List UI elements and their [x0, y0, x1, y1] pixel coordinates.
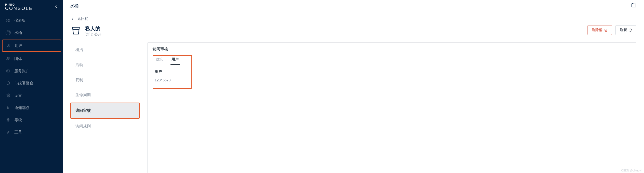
bucket-header: 私人的 访问: 公开 删除桶 刷新: [71, 25, 636, 37]
inner-tab-policy[interactable]: 政策: [155, 56, 164, 65]
sidebar-item-label: 市政署警察: [14, 81, 33, 86]
refresh-button[interactable]: 刷新: [615, 25, 636, 35]
highlight-subtab: 访问审核: [70, 103, 140, 119]
collapse-sidebar-button[interactable]: [54, 5, 58, 10]
dashboard-icon: [6, 18, 11, 23]
bucket-access-value: 公开: [94, 32, 101, 36]
subtab-access-rules[interactable]: 访问规则: [71, 119, 140, 134]
page-title: 水桶: [70, 3, 78, 9]
back-link[interactable]: 返回桶: [71, 14, 636, 25]
svg-rect-3: [8, 21, 10, 22]
bucket-name: 私人的: [85, 25, 101, 32]
sidebar-item-label: 通知端点: [14, 105, 30, 110]
svg-rect-0: [7, 19, 8, 20]
sidebar-item-label: 等级: [14, 118, 22, 122]
subtab-events[interactable]: 活动: [71, 57, 140, 72]
group-icon: [6, 56, 11, 61]
object-browser-icon[interactable]: [630, 3, 637, 9]
service-account-icon: [6, 68, 11, 73]
main: 水桶 返回桶 私人的 访问: 公开: [63, 0, 644, 173]
subtab-lifecycle[interactable]: 生命周期: [71, 88, 140, 103]
delete-bucket-button[interactable]: 删除桶: [587, 25, 612, 35]
action-buttons: 删除桶 刷新: [587, 25, 636, 35]
sidebar-item-service-accounts[interactable]: 服务账户: [0, 65, 63, 77]
logo-bottom: CONSOLE: [5, 6, 33, 11]
sidebar-item-label: 用户: [15, 43, 22, 48]
field-label: 用户: [155, 69, 180, 74]
delete-label: 删除桶: [592, 28, 602, 32]
logo: MINIO CONSOLE: [5, 4, 33, 11]
sidebar-item-users[interactable]: 用户: [2, 40, 61, 52]
highlight-inner: 政策 用户 用户 12345678: [153, 55, 192, 89]
back-label: 返回桶: [77, 17, 88, 21]
bucket-access-label: 访问:: [85, 32, 93, 36]
sidebar-header: MINIO CONSOLE: [0, 0, 63, 14]
svg-rect-1: [8, 19, 10, 20]
svg-point-6: [8, 57, 9, 58]
sidebar-item-buckets[interactable]: 水桶: [0, 27, 63, 39]
bucket-access: 访问: 公开: [85, 32, 101, 37]
subtab-summary[interactable]: 概括: [71, 42, 140, 57]
sidebar-item-tiers[interactable]: 等级: [0, 114, 63, 126]
sidebar-item-label: 服务账户: [14, 69, 30, 73]
svg-point-8: [7, 71, 8, 71]
sidebar-item-iam[interactable]: 市政署警察: [0, 77, 63, 89]
svg-point-4: [8, 44, 9, 46]
bucket-title-area: 私人的 访问: 公开: [71, 25, 101, 37]
panel: 访问审核 政策 用户 用户 12345678: [147, 42, 636, 173]
svg-rect-2: [7, 21, 8, 22]
user-icon: [6, 43, 11, 48]
watermark: CSDN @oNuoyi: [621, 169, 641, 172]
sidebar-item-groups[interactable]: 团体: [0, 53, 63, 65]
svg-point-9: [8, 95, 9, 96]
sidebar-item-tools[interactable]: 工具: [0, 126, 63, 138]
sidebar-item-label: 仪表板: [14, 18, 26, 23]
sub-tabs: 概括 活动 复制 生命周期 访问审核 访问规则: [71, 42, 140, 173]
bucket-icon: [6, 30, 11, 35]
sidebar-item-label: 团体: [14, 56, 22, 61]
refresh-label: 刷新: [620, 28, 627, 32]
content-body: 概括 活动 复制 生命周期 访问审核 访问规则 访问审核 政策 用户 用户: [71, 42, 636, 173]
shield-icon: [6, 81, 11, 86]
content: 返回桶 私人的 访问: 公开 删除桶: [63, 12, 644, 173]
lambda-icon: [6, 105, 11, 110]
inner-tabs: 政策 用户: [153, 56, 181, 65]
gear-icon: [6, 93, 11, 98]
sidebar-item-label: 水桶: [14, 30, 22, 35]
tier-icon: [6, 117, 11, 122]
sidebar-item-label: 工具: [14, 130, 22, 135]
bucket-large-icon: [71, 26, 81, 37]
sidebar-item-settings[interactable]: 设置: [0, 89, 63, 102]
sidebar-item-dashboard[interactable]: 仪表板: [0, 14, 63, 27]
inner-body: 用户 12345678: [153, 65, 181, 82]
panel-title: 访问审核: [153, 47, 631, 52]
inner-tab-user[interactable]: 用户: [170, 56, 180, 65]
tools-icon: [6, 130, 11, 135]
subtab-access-audit[interactable]: 访问审核: [71, 103, 139, 118]
svg-point-5: [7, 57, 8, 58]
field-value: 12345678: [155, 78, 180, 82]
sidebar-item-lambda[interactable]: 通知端点: [0, 102, 63, 114]
subtab-replication[interactable]: 复制: [71, 72, 140, 88]
sidebar: MINIO CONSOLE 仪表板 水桶 用户 团体 服务账户 市政署警察 设置…: [0, 0, 63, 173]
topbar: 水桶: [63, 0, 644, 12]
sidebar-item-label: 设置: [14, 93, 22, 98]
